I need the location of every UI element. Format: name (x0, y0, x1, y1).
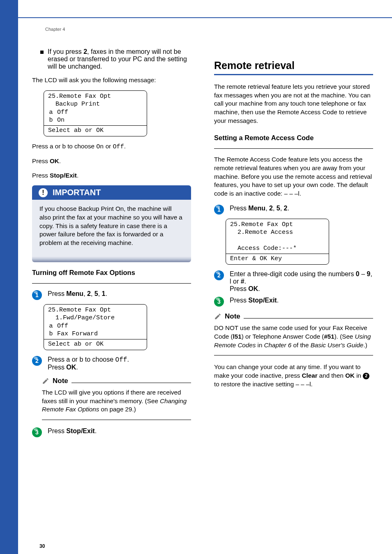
lcd-option: On (57, 116, 65, 125)
bullet-text: If you press 2, faxes in the memory will… (48, 48, 191, 70)
text: . (127, 356, 129, 363)
note-icon (214, 313, 221, 320)
important-title: IMPORTANT (53, 188, 101, 197)
note-text: The LCD will give you options if there a… (42, 388, 191, 414)
text: Press (48, 356, 66, 363)
bullet-item: If you press 2, faxes in the memory will… (40, 48, 191, 70)
text: . (76, 364, 78, 371)
step-3: 3 Press Stop/Exit. (214, 297, 373, 307)
link-text: Basic User's Guide (311, 342, 364, 349)
lcd-footer: Enter & OK Key (230, 255, 325, 263)
step-text: Press a or b to choose Off. Press OK. (48, 356, 129, 371)
text: Press (48, 290, 66, 297)
subheading-setting-code: Setting a Remote Access Code (214, 134, 373, 142)
lcd-option: Off (57, 108, 68, 117)
lcd-option-row: b On (48, 116, 143, 125)
text: . (124, 143, 126, 150)
note-block: Note The LCD will give you options if th… (42, 377, 191, 420)
step-badge-3: 3 (214, 297, 224, 307)
digit-0: 0 (356, 270, 360, 277)
text: to choose (83, 356, 115, 363)
key-5: 5 (277, 205, 280, 212)
text: . (77, 172, 78, 179)
hash-key: # (241, 278, 244, 285)
important-header: ! IMPORTANT (32, 185, 191, 200)
heading-underline (214, 148, 373, 149)
lcd-intro-text: The LCD will ask you the following messa… (32, 76, 191, 85)
content-area: Chapter 4 If you press 2, faxes in the m… (32, 27, 373, 441)
note-top-rule (71, 383, 191, 383)
ok-label: OK (248, 285, 258, 292)
section-underline (214, 74, 373, 75)
left-column: Chapter 4 If you press 2, faxes in the m… (32, 27, 191, 441)
header-divider (0, 17, 392, 18)
triangle-down-icon: b (48, 330, 54, 338)
lcd-display-remote-access: 25.Remote Fax Opt 2.Remote Access Access… (226, 219, 329, 265)
stopexit-label: Stop/Exit (50, 172, 77, 179)
triangle-up-icon: a (50, 143, 53, 150)
triangle-down-icon: b (62, 143, 65, 150)
step-2: 2 Press a or b to choose Off. Press OK. (32, 356, 191, 371)
lcd-line: 2.Remote Access (230, 229, 325, 237)
note-bottom-rule (42, 420, 191, 420)
code-hash51: #51 (324, 333, 334, 340)
important-callout: ! IMPORTANT If you choose Backup Print O… (32, 185, 191, 258)
step-ref-badge-2: 2 (363, 373, 369, 379)
page-number: 30 (39, 543, 45, 549)
triangle-up-icon: a (48, 322, 54, 330)
spacer (214, 27, 373, 56)
triangle-up-icon: a (48, 108, 54, 117)
text: to restore the inactive setting – – –l. (214, 381, 313, 388)
text: Enter a three-digit code using the numbe… (230, 270, 356, 277)
lcd-line: 25.Remote Fax Opt (230, 221, 325, 229)
note-header: Note (42, 377, 191, 385)
text: of the (291, 342, 310, 349)
text: .) (363, 342, 367, 349)
step-badge-1: 1 (32, 290, 42, 300)
link-text: Chapter 6 (264, 342, 292, 349)
note-label: Note (225, 312, 240, 321)
lcd-blank (230, 237, 325, 245)
step-text: Press Menu, 2, 5, 1. (48, 290, 107, 298)
text: . (106, 290, 107, 297)
closing-paragraph: You can change your code at any time. If… (214, 363, 373, 388)
triangle-up-icon: a (66, 356, 70, 363)
press-updown-line: Press a or b to choose On or Off. (32, 142, 191, 151)
press-ok-line: Press OK. (32, 157, 191, 166)
note-bottom-rule (214, 355, 373, 355)
lcd-footer: Select ab or OK (48, 340, 143, 349)
step-2: 2 Enter a three-digit code using the num… (214, 270, 373, 293)
menu-label: Menu (248, 205, 265, 212)
lcd-divider (44, 339, 147, 339)
note-top-rule (244, 318, 373, 319)
note-header: Note (214, 312, 373, 321)
stopexit-label: Stop/Exit (248, 297, 277, 304)
text: or (70, 356, 79, 363)
text: Press (230, 205, 248, 212)
text: or (104, 143, 113, 150)
step-badge-1: 1 (214, 205, 224, 215)
step-badge-2: 2 (32, 356, 42, 366)
step-text: Press Stop/Exit. (230, 297, 279, 304)
lcd-divider (226, 254, 329, 254)
text: in (355, 372, 363, 379)
lcd-display-backup-print: 25.Remote Fax Opt Backup Print a Off b O… (44, 90, 147, 137)
intro-paragraph: The remote retrieval feature lets you re… (214, 83, 373, 125)
lcd-option: Fax Forward (57, 330, 98, 338)
step-text: Press Stop/Exit. (48, 427, 97, 435)
lcd-literal: Off (113, 143, 124, 150)
sub-paragraph: The Remote Access Code feature lets you … (214, 155, 373, 198)
text: , (83, 290, 87, 297)
clear-label: Clear (302, 372, 318, 379)
key-2: 2 (87, 290, 91, 297)
text: Press (230, 297, 248, 304)
lcd-option: Off (57, 322, 68, 330)
triangle-down-icon: b (79, 356, 83, 363)
lcd-line: 1.Fwd/Page/Store (48, 314, 143, 322)
lcd-divider (44, 125, 147, 126)
lcd-display-fwd-page-store: 25.Remote Fax Opt 1.Fwd/Page/Store a Off… (44, 304, 147, 351)
text: , (98, 290, 102, 297)
lcd-line: 25.Remote Fax Opt (48, 92, 143, 101)
text: – (360, 270, 367, 277)
triangle-down-icon: b (48, 116, 54, 125)
